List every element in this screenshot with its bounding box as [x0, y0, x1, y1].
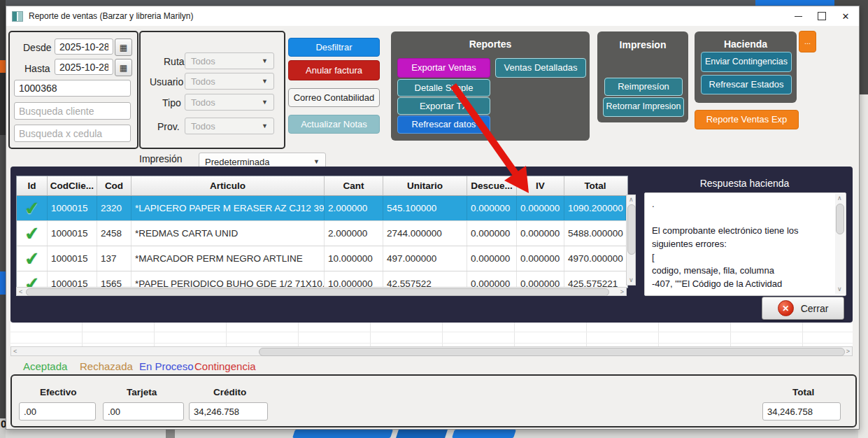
table-body: ✔ 1000015 2320 *LAPICERO PAPER M ERASER …	[17, 196, 627, 287]
check-icon: ✔	[23, 248, 40, 268]
respuesta-box: . El comprobante electrónico tiene los s…	[644, 192, 846, 296]
prov-value: Todos	[191, 121, 215, 132]
maximize-button[interactable]	[810, 8, 834, 24]
desde-input[interactable]	[55, 38, 113, 55]
calendar-icon: ▦	[120, 43, 127, 52]
prov-label: Prov.	[157, 121, 180, 132]
credito-label: Crédito	[213, 387, 246, 397]
table-horizontal-scrollbar[interactable]: < >	[16, 287, 627, 296]
detalle-simple-button[interactable]: Detalle Simple	[397, 79, 490, 97]
efectivo-input[interactable]	[19, 402, 96, 421]
desfiltrar-button[interactable]: Desfiltrar	[288, 38, 380, 57]
busqueda-cedula-input[interactable]	[14, 125, 131, 142]
impresion-label: Impresión	[139, 153, 182, 164]
col-header-descuento[interactable]: Descue...	[467, 176, 517, 195]
background-taskbar-item	[166, 428, 175, 438]
minimize-button[interactable]	[786, 8, 810, 24]
empty-grid	[10, 323, 853, 346]
app-window: Reporte de ventas (Barzar y libreria Mar…	[6, 6, 860, 430]
title-bar: Reporte de ventas (Barzar y libreria Mar…	[6, 6, 859, 26]
scroll-left-icon: <	[19, 289, 22, 295]
reportes-title: Reportes	[391, 38, 590, 50]
calendar-icon: ▦	[120, 63, 127, 73]
col-header-id[interactable]: Id	[17, 176, 48, 195]
refrescar-estados-button[interactable]: Refrescar Estados	[701, 75, 792, 94]
tipo-label: Tipo	[162, 97, 181, 108]
col-header-unitario[interactable]: Unitario	[383, 176, 467, 195]
refrescar-datos-button[interactable]: Refrescar datos	[397, 115, 490, 134]
correo-contabilidad-button[interactable]: Correo Contabilidad	[288, 88, 380, 107]
anular-factura-button[interactable]: Anular factura	[288, 60, 380, 80]
chevron-down-icon: ▼	[262, 57, 268, 64]
table-vertical-scrollbar[interactable]: ∧ ∨	[626, 195, 636, 285]
reimpresion-button[interactable]: Reimpresíon	[604, 78, 683, 96]
exportar-tx-button[interactable]: Exportar TX	[397, 97, 490, 115]
table-header-row: Id CodClie... Cod Articulo Cant Unitario…	[17, 176, 627, 196]
check-icon: ✔	[23, 223, 40, 243]
hasta-label: Hasta	[24, 63, 50, 74]
ventas-detalladas-button[interactable]: Ventas Detalladas	[495, 58, 586, 78]
busqueda-cliente-input[interactable]	[14, 102, 131, 120]
background-window-edge	[0, 73, 6, 135]
tipo-combo[interactable]: Todos▼	[185, 94, 274, 111]
usuario-combo[interactable]: Todos▼	[185, 73, 274, 90]
hacienda-more-button[interactable]: ...	[799, 31, 816, 52]
ruta-combo[interactable]: Todos▼	[185, 52, 274, 69]
credito-input[interactable]	[189, 402, 268, 421]
estado-aceptada: Aceptada	[23, 360, 67, 372]
col-header-cant[interactable]: Cant	[325, 176, 383, 195]
estado-rechazada: Rechazada	[80, 360, 133, 372]
table-row[interactable]: ✔ 1000015 2458 *REDMAS CARTA UNID 2.0000…	[17, 221, 627, 246]
scroll-up-icon: ∧	[837, 195, 842, 202]
chevron-down-icon: ▼	[313, 158, 320, 165]
scroll-up-icon: ∧	[629, 197, 634, 203]
chevron-down-icon: ▼	[262, 122, 268, 129]
desktop: 0 Reporte de ventas (Barzar y libreria M…	[0, 0, 868, 438]
col-header-total[interactable]: Total	[564, 176, 626, 195]
retornar-impresion-button[interactable]: Retornar Impresion	[603, 97, 684, 117]
scroll-down-icon: ∨	[837, 286, 842, 292]
impresion-panel-title: Impresion	[597, 39, 688, 50]
respuesta-scrollbar[interactable]: ∧ ∨	[835, 194, 845, 294]
desde-calendar-button[interactable]: ▦	[115, 38, 132, 56]
estado-contingencia: Contingencia	[194, 360, 256, 372]
background-window-edge	[858, 0, 868, 94]
hasta-input[interactable]	[55, 59, 113, 75]
enviar-contingencias-button[interactable]: Enviar Contingencias	[701, 52, 792, 72]
total-input[interactable]	[762, 402, 841, 421]
scroll-right-icon: >	[846, 348, 850, 355]
background-window-edge	[858, 94, 868, 438]
col-header-iv[interactable]: IV	[517, 176, 564, 195]
background-button	[396, 430, 448, 438]
ruta-value: Todos	[191, 56, 215, 66]
background-window-edge	[0, 0, 755, 6]
cerrar-button[interactable]: ✕ Cerrar	[762, 297, 844, 320]
background-window-edge	[0, 135, 6, 271]
col-header-codclie[interactable]: CodClie...	[48, 176, 97, 195]
hasta-calendar-button[interactable]: ▦	[115, 59, 132, 76]
actualizar-notas-button[interactable]: Actualizar Notas	[288, 115, 380, 134]
col-header-articulo[interactable]: Articulo	[131, 176, 325, 195]
background-button	[452, 430, 516, 438]
table-row[interactable]: ✔ 1000015 2320 *LAPICERO PAPER M ERASER …	[17, 196, 627, 221]
table-row[interactable]: ✔ 1000015 1565 *PAPEL PERIODICO BUHO GDE…	[17, 271, 627, 287]
respuesta-text: . El comprobante electrónico tiene los s…	[652, 197, 832, 292]
tarjeta-input[interactable]	[103, 402, 184, 421]
background-window-edge	[0, 0, 6, 60]
total-label: Total	[792, 387, 814, 397]
ruta-label: Ruta	[164, 56, 185, 67]
close-button[interactable]: ✕	[834, 8, 858, 24]
impresion-value: Predeterminada	[205, 157, 270, 167]
efectivo-label: Efectivo	[40, 387, 77, 397]
col-header-cod[interactable]: Cod	[97, 176, 131, 195]
lower-horizontal-scrollbar[interactable]: < >	[10, 346, 853, 356]
desde-label: Desde	[23, 42, 51, 53]
exportar-ventas-button[interactable]: Exportar Ventas	[397, 58, 490, 78]
respuesta-title: Respuesta hacienda	[644, 178, 845, 189]
app-icon	[12, 11, 23, 22]
tarjeta-label: Tarjeta	[127, 387, 157, 397]
table-row[interactable]: ✔ 1000015 137 *MARCADOR PERM NEGRO ARTLI…	[17, 246, 627, 271]
codigo-input[interactable]	[14, 80, 131, 97]
reporte-ventas-exp-button[interactable]: Reporte Ventas Exp	[695, 110, 799, 129]
prov-combo[interactable]: Todos▼	[185, 118, 274, 134]
